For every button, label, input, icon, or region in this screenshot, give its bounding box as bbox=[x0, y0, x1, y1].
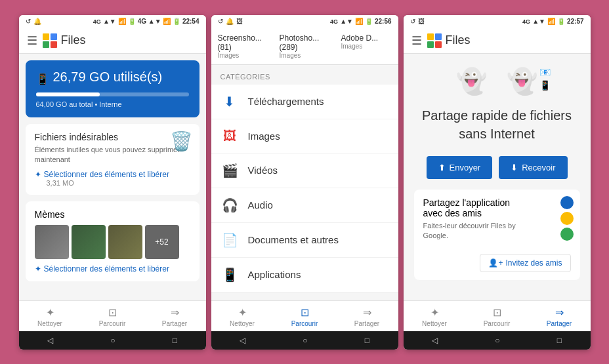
audio-icon: 🎧 bbox=[222, 197, 238, 213]
recent-button-3[interactable]: □ bbox=[557, 336, 562, 345]
share-action-buttons: ⬆ Envoyer ⬇ Recevoir bbox=[427, 156, 568, 179]
invite-title: Partagez l'application avec des amis bbox=[423, 197, 532, 218]
wifi-icon-2: 📶 bbox=[355, 18, 363, 25]
storage-used: 26,79 GO utilisé(s) bbox=[53, 70, 163, 85]
junk-description: Éléments inutiles que vous pouvez suppri… bbox=[35, 145, 190, 165]
junk-action-label: Sélectionner des éléments et libérer bbox=[44, 170, 169, 179]
avatar-2 bbox=[560, 212, 574, 225]
network-icon: 4G bbox=[93, 18, 101, 25]
share-label-3: Partager bbox=[547, 320, 572, 327]
folder-photoshop-name: Photosho... (289) bbox=[280, 33, 332, 52]
folder-screenshots-type: Images bbox=[218, 52, 240, 59]
nav-browse-3[interactable]: ⊡ Parcourir bbox=[466, 305, 528, 329]
signal-icon-2: ▲▼ bbox=[340, 18, 353, 25]
share-icon-1: ⇒ bbox=[171, 306, 179, 319]
invite-friends-button[interactable]: 👤+ Invitez des amis bbox=[480, 254, 570, 272]
invite-card-text: Partagez l'application avec des amis Fai… bbox=[423, 197, 571, 247]
app-icons-floating: 📧 📱 bbox=[539, 67, 551, 91]
category-apps[interactable]: 📱 Applications bbox=[211, 258, 398, 293]
home-button-3[interactable]: ○ bbox=[495, 336, 499, 345]
battery-icon: 🔋 bbox=[128, 18, 136, 25]
nav-clean-1[interactable]: ✦ Nettoyer bbox=[19, 305, 81, 329]
phone-3: ↺ 🖼 4G ▲▼ 📶 🔋 22:57 ☰ Files bbox=[404, 15, 591, 350]
invite-btn-label: Invitez des amis bbox=[505, 258, 562, 268]
nav-share-3[interactable]: ⇒ Partager bbox=[528, 305, 591, 329]
status-bar-1: ↺ 🔔 4G ▲▼ 📶 🔋 4G ▲▼ 📶 🔋 22:54 bbox=[19, 15, 206, 28]
junk-action-button[interactable]: ✦ Sélectionner des éléments et libérer bbox=[35, 170, 190, 179]
plus-icon-memes: ✦ bbox=[35, 264, 41, 273]
time-3: 22:57 bbox=[567, 18, 584, 25]
browse-icon-2: ⊡ bbox=[301, 306, 309, 319]
nav-clean-3[interactable]: ✦ Nettoyer bbox=[404, 305, 466, 329]
invite-card-inner: Partagez l'application avec des amis Fai… bbox=[423, 197, 571, 247]
category-audio[interactable]: 🎧 Audio bbox=[211, 188, 398, 223]
network-icon-3: 4G bbox=[522, 18, 530, 25]
recent-button-1[interactable]: □ bbox=[173, 336, 177, 345]
ghost-icons-area: 👻 📧 📱 👻 bbox=[456, 67, 537, 96]
send-button[interactable]: ⬆ Envoyer bbox=[427, 156, 493, 179]
refresh-icon: ↺ bbox=[26, 18, 31, 25]
nav-share-2[interactable]: ⇒ Partager bbox=[336, 305, 398, 329]
svg-rect-7 bbox=[435, 41, 442, 48]
nav-browse-2[interactable]: ⊡ Parcourir bbox=[274, 305, 336, 329]
home-button-1[interactable]: ○ bbox=[110, 336, 115, 345]
category-images[interactable]: 🖼 Images bbox=[211, 119, 398, 153]
android-nav-2: ◁ ○ □ bbox=[211, 331, 398, 350]
browse-icon-3: ⊡ bbox=[493, 306, 501, 319]
photo-icon-2: 🖼 bbox=[236, 18, 243, 25]
browse-label-3: Parcourir bbox=[484, 320, 511, 327]
junk-card: 🗑️ Fichiers indésirables Éléments inutil… bbox=[26, 124, 200, 195]
invite-avatars bbox=[560, 196, 574, 241]
status-left-3: ↺ 🖼 bbox=[410, 18, 425, 25]
svg-rect-3 bbox=[51, 41, 57, 48]
bottom-nav-3: ✦ Nettoyer ⊡ Parcourir ⇒ Partager bbox=[404, 300, 591, 331]
receive-icon: ⬇ bbox=[511, 163, 518, 172]
bottom-nav-1: ✦ Nettoyer ⊡ Parcourir ⇒ Partager bbox=[19, 300, 206, 331]
category-documents[interactable]: 📄 Documents et autres bbox=[211, 223, 398, 258]
folder-photoshop[interactable]: Photosho... (289) Images bbox=[280, 33, 332, 59]
nav-browse-1[interactable]: ⊡ Parcourir bbox=[81, 305, 144, 329]
phone-storage-icon: 📱 bbox=[36, 73, 49, 85]
clean-label-1: Nettoyer bbox=[37, 320, 62, 327]
folder-adobe[interactable]: Adobe D... Images bbox=[341, 33, 394, 59]
receive-button[interactable]: ⬇ Recevoir bbox=[499, 156, 567, 179]
nav-share-1[interactable]: ⇒ Partager bbox=[144, 305, 206, 329]
hamburger-menu[interactable]: ☰ bbox=[27, 33, 37, 48]
back-button-1[interactable]: ◁ bbox=[47, 336, 53, 345]
network-icon-2: 4G bbox=[330, 18, 338, 25]
memes-grid: +52 bbox=[35, 225, 190, 259]
hamburger-menu-3[interactable]: ☰ bbox=[411, 33, 422, 48]
category-images-label: Images bbox=[248, 131, 280, 142]
floating-icon-2: 📱 bbox=[539, 80, 551, 91]
home-button-2[interactable]: ○ bbox=[303, 336, 307, 345]
status-left-2: ↺ 🔔 🖼 bbox=[218, 18, 243, 25]
battery-icon-2: 🔋 bbox=[365, 18, 373, 25]
signal-icon: ▲▼ bbox=[103, 18, 116, 25]
files-logo-1 bbox=[43, 33, 57, 48]
memes-action-button[interactable]: ✦ Sélectionner des éléments et libérer bbox=[35, 264, 190, 273]
svg-rect-5 bbox=[435, 33, 442, 40]
nav-clean-2[interactable]: ✦ Nettoyer bbox=[211, 305, 274, 329]
status-right-3: 4G ▲▼ 📶 🔋 22:57 bbox=[522, 18, 583, 25]
battery-icon-3: 🔋 bbox=[557, 18, 565, 25]
bottom-nav-2: ✦ Nettoyer ⊡ Parcourir ⇒ Partager bbox=[211, 300, 398, 331]
clean-label-2: Nettoyer bbox=[230, 320, 255, 327]
wifi-icon-3: 📶 bbox=[547, 18, 555, 25]
status-left-1: ↺ 🔔 bbox=[26, 18, 41, 25]
images-icon: 🖼 bbox=[222, 129, 238, 144]
receive-label: Recevoir bbox=[522, 163, 555, 172]
junk-size: 3,31 MO bbox=[35, 179, 190, 187]
invite-btn-area: 👤+ Invitez des amis bbox=[423, 250, 571, 272]
folder-screenshots[interactable]: Screensho... (81) Images bbox=[218, 33, 270, 59]
plus-icon: ✦ bbox=[35, 170, 41, 179]
storage-row: 📱 26,79 GO utilisé(s) bbox=[36, 70, 189, 89]
share-content: 👻 📧 📱 👻 Partage rapide de fichiers sans … bbox=[404, 54, 591, 300]
invite-icon: 👤+ bbox=[488, 258, 503, 268]
back-button-3[interactable]: ◁ bbox=[432, 336, 438, 345]
category-downloads[interactable]: ⬇ Téléchargements bbox=[211, 85, 398, 119]
back-button-2[interactable]: ◁ bbox=[240, 336, 245, 345]
recent-button-2[interactable]: □ bbox=[365, 336, 369, 345]
svg-rect-6 bbox=[427, 41, 434, 48]
category-videos[interactable]: 🎬 Vidéos bbox=[211, 153, 398, 188]
category-apps-label: Applications bbox=[248, 269, 301, 280]
